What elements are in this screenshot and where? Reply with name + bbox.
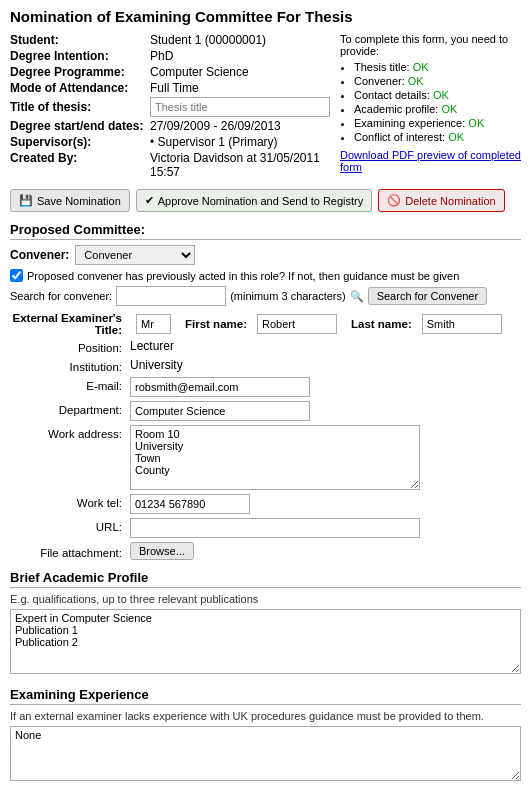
created-by-value: Victoria Davidson at 31/05/2011 15:57: [150, 151, 330, 179]
thesis-title-label: Title of thesis:: [10, 100, 150, 114]
degree-programme-label: Degree Programme:: [10, 65, 150, 79]
examining-experience-input[interactable]: None: [10, 726, 521, 781]
academic-profile-input[interactable]: Expert in Computer Science Publication 1…: [10, 609, 521, 674]
last-name-input[interactable]: [422, 314, 502, 334]
search-icon: 🔍: [350, 290, 364, 303]
supervisors-value: • Supervisor 1 (Primary): [150, 135, 330, 149]
toolbar: 💾 Save Nomination ✔ Approve Nomination a…: [10, 189, 521, 212]
email-input[interactable]: [130, 377, 310, 397]
position-value: Lecturer: [130, 339, 521, 353]
email-label: E-mail:: [10, 377, 130, 392]
last-name-label: Last name:: [351, 318, 412, 330]
save-icon: 💾: [19, 194, 33, 207]
student-value: Student 1 (00000001): [150, 33, 330, 47]
work-tel-label: Work tel:: [10, 494, 130, 509]
mode-attendance-value: Full Time: [150, 81, 330, 95]
req-thesis-title: Thesis title: OK: [354, 61, 521, 73]
delete-nomination-button[interactable]: 🚫 Delete Nomination: [378, 189, 505, 212]
delete-icon: 🚫: [387, 194, 401, 207]
search-convener-button[interactable]: Search for Convener: [368, 287, 488, 305]
examining-experience-title: Examining Experience: [10, 687, 521, 705]
requirements-intro: To complete this form, you need to provi…: [340, 33, 508, 57]
url-input[interactable]: [130, 518, 420, 538]
mode-attendance-label: Mode of Attendance:: [10, 81, 150, 95]
examining-experience-section: Examining Experience If an external exam…: [10, 687, 521, 784]
save-nomination-button[interactable]: 💾 Save Nomination: [10, 189, 130, 212]
search-convener-input[interactable]: [116, 286, 226, 306]
created-by-label: Created By:: [10, 151, 150, 179]
browse-button[interactable]: Browse...: [130, 542, 194, 560]
degree-programme-value: Computer Science: [150, 65, 330, 79]
first-name-label: First name:: [185, 318, 247, 330]
student-label: Student:: [10, 33, 150, 47]
degree-dates-value: 27/09/2009 - 26/09/2013: [150, 119, 330, 133]
save-label: Save Nomination: [37, 195, 121, 207]
delete-label: Delete Nomination: [405, 195, 496, 207]
file-attachment-label: File attachment:: [10, 544, 130, 559]
download-pdf-link[interactable]: Download PDF preview of completed form: [340, 149, 521, 173]
first-name-input[interactable]: [257, 314, 337, 334]
ext-examiner-title-input[interactable]: [136, 314, 171, 334]
req-convener: Convener: OK: [354, 75, 521, 87]
req-contact: Contact details: OK: [354, 89, 521, 101]
req-academic: Academic profile: OK: [354, 103, 521, 115]
examining-experience-desc: If an external examiner lacks experience…: [10, 710, 521, 722]
page-title: Nomination of Examining Committee For Th…: [10, 8, 521, 25]
academic-profile-title: Brief Academic Profile: [10, 570, 521, 588]
department-label: Department:: [10, 401, 130, 416]
department-input[interactable]: [130, 401, 310, 421]
approve-nomination-button[interactable]: ✔ Approve Nomination and Send to Registr…: [136, 189, 372, 212]
degree-intention-value: PhD: [150, 49, 330, 63]
convener-checkbox[interactable]: [10, 269, 23, 282]
thesis-title-input[interactable]: [150, 97, 330, 117]
supervisors-label: Supervisor(s):: [10, 135, 150, 149]
proposed-committee-section: Proposed Committee: Convener: Convener P…: [10, 222, 521, 560]
convener-checkbox-label: Proposed convener has previously acted i…: [27, 270, 459, 282]
academic-profile-desc: E.g. qualifications, up to three relevan…: [10, 593, 521, 605]
approve-label: Approve Nomination and Send to Registry: [158, 195, 363, 207]
req-conflict: Conflict of interest: OK: [354, 131, 521, 143]
degree-dates-label: Degree start/end dates:: [10, 119, 150, 133]
institution-value: University: [130, 358, 521, 372]
url-label: URL:: [10, 518, 130, 533]
search-hint: (minimum 3 characters): [230, 290, 346, 302]
convener-select[interactable]: Convener: [75, 245, 195, 265]
convener-label: Convener:: [10, 248, 69, 262]
req-examining: Examining experience: OK: [354, 117, 521, 129]
academic-profile-section: Brief Academic Profile E.g. qualificatio…: [10, 570, 521, 677]
position-label: Position:: [10, 339, 130, 354]
search-convener-label: Search for convener:: [10, 290, 112, 302]
ext-examiner-title-label: External Examiner's Title:: [10, 312, 130, 336]
work-address-input[interactable]: Room 10 University Town County: [130, 425, 420, 490]
degree-intention-label: Degree Intention:: [10, 49, 150, 63]
work-address-label: Work address:: [10, 425, 130, 440]
institution-label: Institution:: [10, 358, 130, 373]
proposed-committee-title: Proposed Committee:: [10, 222, 521, 240]
approve-icon: ✔: [145, 194, 154, 207]
work-tel-input[interactable]: [130, 494, 250, 514]
